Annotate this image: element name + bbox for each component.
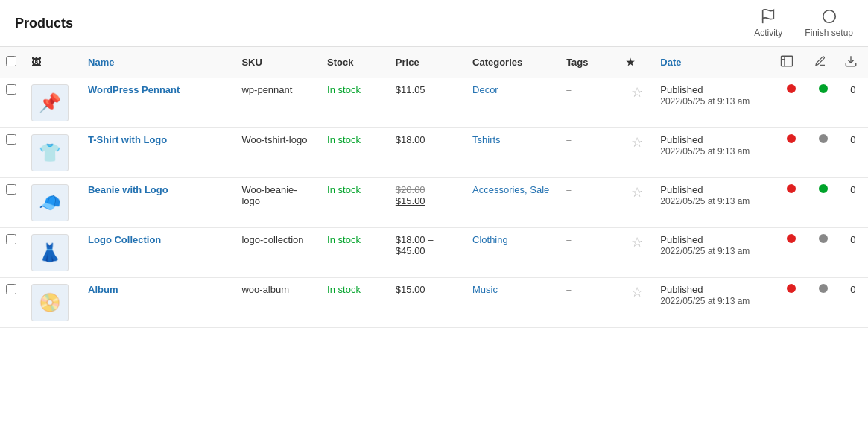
th-checkbox: [0, 47, 25, 78]
product-date-status: Published: [660, 134, 703, 145]
product-name-link[interactable]: WordPress Pennant: [88, 84, 180, 95]
th-price[interactable]: Price: [390, 47, 466, 78]
product-date-status: Published: [660, 184, 703, 195]
product-dot2-cell: [808, 178, 838, 228]
product-date-value: 2022/05/25 at 9:13 am: [660, 296, 750, 306]
table-row: 📌 WordPress Pennant wp-pennant In stock …: [0, 78, 868, 128]
price: $18.00: [396, 134, 425, 145]
th-icon-inventory: [774, 47, 808, 78]
product-stock: In stock: [327, 84, 361, 95]
products-table: 🖼 Name SKU Stock Price Categories Tags ★…: [0, 47, 868, 328]
product-date-cell: Published 2022/05/25 at 9:13 am: [654, 228, 774, 278]
product-categories-cell: Accessories, Sale: [466, 178, 560, 228]
product-date-value: 2022/05/25 at 9:13 am: [660, 146, 750, 157]
product-sku: logo-collection: [241, 234, 303, 245]
th-categories[interactable]: Categories: [466, 47, 560, 78]
product-date-value: 2022/05/25 at 9:13 am: [660, 96, 750, 107]
product-dot2-cell: [808, 278, 838, 328]
product-count-cell: 0: [838, 278, 868, 328]
product-star-toggle[interactable]: ☆: [631, 135, 643, 150]
product-thumbnail: 📀: [31, 284, 69, 321]
product-status-dot1: [787, 134, 796, 143]
product-price-cell: $20.00$15.00: [390, 178, 466, 228]
row-checkbox[interactable]: [6, 234, 16, 244]
product-name-link[interactable]: Album: [88, 284, 118, 295]
product-tags: –: [566, 84, 571, 95]
product-name-cell: Beanie with Logo: [82, 178, 235, 228]
select-all-checkbox[interactable]: [6, 56, 16, 66]
row-checkbox[interactable]: [6, 184, 16, 195]
product-status-dot1: [787, 234, 796, 243]
row-checkbox-cell: [0, 178, 25, 228]
product-category-link[interactable]: Music: [472, 284, 498, 295]
product-status-dot1: [787, 284, 796, 293]
pen-icon: [814, 55, 826, 67]
product-thumbnail-cell: 📀: [25, 278, 82, 328]
product-name-cell: T-Shirt with Logo: [82, 128, 235, 178]
product-stock-cell: In stock: [321, 178, 390, 228]
product-stock-cell: In stock: [321, 228, 390, 278]
product-categories-cell: Decor: [466, 78, 560, 128]
product-status-dot2: [819, 184, 828, 193]
image-icon: 🖼: [31, 57, 41, 68]
product-category-link[interactable]: Clothing: [472, 234, 508, 245]
row-checkbox-cell: [0, 278, 25, 328]
product-star-toggle[interactable]: ☆: [631, 235, 643, 250]
activity-label: Activity: [754, 28, 782, 38]
th-date[interactable]: Date: [654, 47, 774, 78]
page-title: Products: [15, 16, 73, 31]
product-thumbnail-cell: 👕: [25, 128, 82, 178]
product-name-link[interactable]: Logo Collection: [88, 234, 161, 245]
product-tags: –: [566, 134, 571, 145]
product-dot1-cell: [774, 228, 808, 278]
row-checkbox[interactable]: [6, 134, 16, 145]
product-count: 0: [850, 184, 855, 195]
product-count-cell: 0: [838, 78, 868, 128]
product-stock: In stock: [327, 284, 361, 295]
th-name[interactable]: Name: [82, 47, 235, 78]
product-star-toggle[interactable]: ☆: [631, 285, 643, 300]
product-star-toggle[interactable]: ☆: [631, 85, 643, 100]
product-date-cell: Published 2022/05/25 at 9:13 am: [654, 78, 774, 128]
svg-point-1: [823, 10, 835, 23]
th-tags[interactable]: Tags: [560, 47, 620, 78]
product-star-cell: ☆: [620, 78, 654, 128]
product-categories-cell: Clothing: [466, 228, 560, 278]
product-category-link[interactable]: Decor: [472, 84, 498, 95]
th-stock[interactable]: Stock: [321, 47, 390, 78]
product-status-dot2: [819, 84, 828, 93]
finish-setup-label: Finish setup: [805, 28, 853, 38]
activity-button[interactable]: Activity: [754, 8, 782, 38]
product-tags-cell: –: [560, 128, 620, 178]
product-name-link[interactable]: T-Shirt with Logo: [88, 134, 167, 145]
product-count: 0: [850, 234, 855, 245]
price: $11.05: [396, 84, 425, 95]
top-bar-actions: Activity Finish setup: [754, 8, 853, 38]
product-category-link[interactable]: Accessories, Sale: [472, 184, 549, 195]
th-sku[interactable]: SKU: [235, 47, 321, 78]
product-dot1-cell: [774, 78, 808, 128]
row-checkbox[interactable]: [6, 84, 16, 95]
price-sale: $15.00: [396, 195, 460, 206]
product-category-link[interactable]: Tshirts: [472, 134, 501, 145]
product-star-toggle[interactable]: ☆: [631, 185, 643, 200]
product-status-dot2: [819, 134, 828, 143]
product-count: 0: [850, 284, 855, 295]
product-categories-cell: Music: [466, 278, 560, 328]
product-star-cell: ☆: [620, 278, 654, 328]
finish-setup-button[interactable]: Finish setup: [805, 8, 853, 38]
product-name-link[interactable]: Beanie with Logo: [88, 184, 168, 195]
product-count-cell: 0: [838, 178, 868, 228]
product-dot1-cell: [774, 178, 808, 228]
product-sku-cell: Woo-tshirt-logo: [235, 128, 321, 178]
product-sku: Woo-tshirt-logo: [241, 134, 307, 145]
product-sku: Woo-beanie-logo: [241, 184, 297, 206]
row-checkbox[interactable]: [6, 284, 16, 294]
product-stock-cell: In stock: [321, 78, 390, 128]
flag-icon: [760, 8, 776, 25]
product-date-cell: Published 2022/05/25 at 9:13 am: [654, 178, 774, 228]
product-tags-cell: –: [560, 228, 620, 278]
product-date-status: Published: [660, 84, 703, 95]
table-row: 👕 T-Shirt with Logo Woo-tshirt-logo In s…: [0, 128, 868, 178]
product-date-cell: Published 2022/05/25 at 9:13 am: [654, 128, 774, 178]
